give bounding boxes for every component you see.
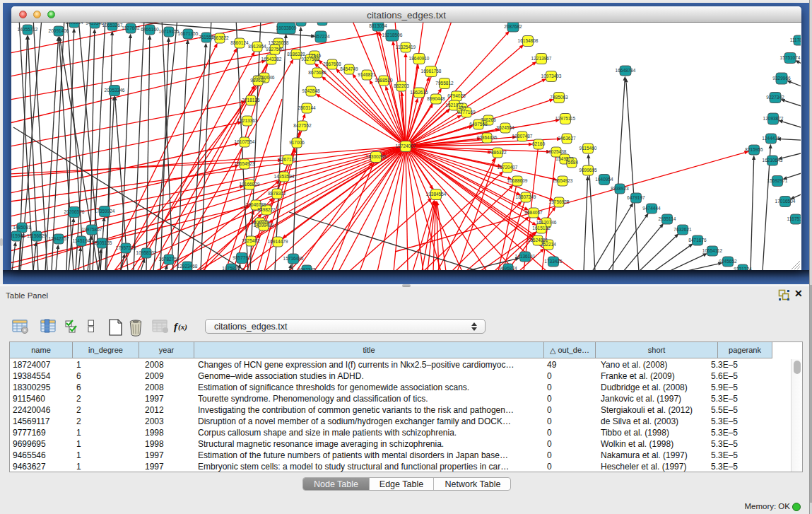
svg-text:10973493: 10973493 — [541, 74, 562, 78]
svg-text:12213967: 12213967 — [531, 56, 552, 61]
svg-text:16782759: 16782759 — [159, 257, 180, 262]
svg-text:9327508: 9327508 — [301, 57, 319, 62]
svg-text:2935114: 2935114 — [659, 216, 676, 221]
svg-text:8427552: 8427552 — [293, 123, 312, 128]
svg-text:10025438: 10025438 — [546, 149, 567, 154]
svg-text:12505135: 12505135 — [92, 240, 112, 245]
svg-text:14136141: 14136141 — [515, 254, 536, 259]
svg-text:9242848: 9242848 — [302, 88, 320, 93]
svg-text:14353594: 14353594 — [274, 174, 295, 179]
svg-text:10688609: 10688609 — [507, 178, 528, 183]
svg-text:1244415: 1244415 — [762, 136, 780, 141]
svg-text:19384554: 19384554 — [426, 192, 447, 197]
svg-text:2867608: 2867608 — [323, 62, 341, 66]
svg-text:19975867: 19975867 — [82, 227, 102, 232]
svg-text:14055712: 14055712 — [18, 27, 38, 32]
svg-text:9115460: 9115460 — [579, 146, 597, 151]
svg-text:18300295: 18300295 — [366, 154, 387, 159]
svg-text:9227342: 9227342 — [766, 95, 784, 100]
svg-text:9777169: 9777169 — [457, 110, 476, 115]
svg-text:8471676: 8471676 — [688, 238, 707, 243]
svg-text:1167533: 1167533 — [787, 216, 801, 221]
svg-text:1362615: 1362615 — [410, 90, 428, 95]
svg-text:8909234: 8909234 — [292, 23, 310, 23]
svg-text:10958107: 10958107 — [136, 250, 157, 255]
svg-text:1733426: 1733426 — [544, 259, 563, 264]
svg-text:(x): (x) — [178, 322, 187, 332]
svg-text:16648784: 16648784 — [616, 68, 636, 73]
svg-text:10719155: 10719155 — [159, 29, 180, 34]
svg-text:18724007: 18724007 — [396, 144, 416, 148]
svg-text:1806514: 1806514 — [65, 23, 83, 25]
svg-text:19218506: 19218506 — [382, 33, 403, 37]
svg-text:16914479: 16914479 — [268, 239, 288, 244]
svg-text:8675685: 8675685 — [308, 70, 326, 75]
svg-text:16210643: 16210643 — [763, 158, 783, 163]
svg-text:3624554: 3624554 — [496, 125, 514, 130]
svg-text:7663822: 7663822 — [211, 35, 229, 40]
svg-text:9329966: 9329966 — [772, 76, 791, 81]
svg-text:20053346: 20053346 — [105, 88, 125, 93]
svg-text:15720407: 15720407 — [498, 165, 518, 170]
svg-text:75684: 75684 — [565, 160, 578, 165]
svg-text:9419346: 9419346 — [86, 23, 104, 25]
svg-text:16120746: 16120746 — [536, 220, 557, 225]
svg-text:8912954: 8912954 — [248, 44, 266, 49]
svg-text:8267130: 8267130 — [278, 157, 297, 162]
svg-text:8990448: 8990448 — [427, 96, 445, 101]
svg-text:16107554: 16107554 — [235, 139, 255, 144]
svg-text:7357224: 7357224 — [312, 34, 330, 39]
svg-text:13226058: 13226058 — [269, 40, 289, 45]
svg-text:9245652: 9245652 — [719, 259, 737, 264]
svg-text:8186328: 8186328 — [287, 52, 305, 57]
svg-text:19654923: 19654923 — [235, 161, 255, 166]
svg-text:20364436: 20364436 — [477, 135, 498, 140]
svg-text:8813054: 8813054 — [369, 23, 387, 28]
svg-text:6466160: 6466160 — [141, 27, 159, 32]
svg-text:9474444: 9474444 — [642, 206, 661, 211]
svg-text:252214: 252214 — [541, 242, 556, 247]
svg-text:6497568: 6497568 — [469, 122, 488, 127]
svg-text:1640954: 1640954 — [595, 177, 613, 182]
svg-text:7886322: 7886322 — [488, 150, 507, 155]
svg-text:8498222: 8498222 — [257, 207, 276, 212]
svg-text:2087682: 2087682 — [504, 24, 522, 29]
svg-text:20091406: 20091406 — [49, 28, 69, 33]
svg-text:1117806: 1117806 — [790, 37, 801, 42]
svg-text:12213363: 12213363 — [237, 118, 258, 123]
svg-text:6479197: 6479197 — [627, 195, 645, 200]
svg-text:20206576: 20206576 — [64, 209, 85, 214]
svg-text:19166829: 19166829 — [240, 182, 260, 187]
svg-text:8215955: 8215955 — [745, 147, 763, 152]
svg-text:18640910: 18640910 — [409, 56, 430, 61]
svg-text:14099489: 14099489 — [254, 223, 274, 228]
svg-text:8454749: 8454749 — [340, 66, 358, 71]
svg-text:1527602: 1527602 — [122, 25, 140, 30]
svg-text:18807249: 18807249 — [516, 194, 536, 199]
svg-text:16671355: 16671355 — [178, 31, 199, 36]
svg-text:2803144: 2803144 — [298, 105, 316, 110]
svg-text:1145194: 1145194 — [73, 238, 90, 243]
svg-text:17957225: 17957225 — [116, 245, 136, 250]
svg-text:7955812: 7955812 — [435, 81, 454, 86]
svg-text:9857791: 9857791 — [233, 255, 251, 260]
svg-text:12975115: 12975115 — [555, 116, 576, 121]
svg-text:17359924: 17359924 — [95, 209, 115, 214]
svg-text:15716485: 15716485 — [283, 256, 304, 261]
svg-text:9463627: 9463627 — [558, 136, 576, 141]
svg-text:12923468: 12923468 — [177, 264, 198, 269]
svg-text:62160: 62160 — [532, 141, 545, 146]
svg-text:989612: 989612 — [250, 78, 266, 83]
svg-text:8938923: 8938923 — [611, 186, 629, 191]
svg-text:19654923: 19654923 — [553, 178, 573, 183]
svg-text:2718126: 2718126 — [242, 98, 260, 103]
svg-text:16033809: 16033809 — [276, 25, 297, 30]
svg-text:15692971: 15692971 — [767, 178, 788, 183]
svg-text:9684067: 9684067 — [524, 210, 543, 215]
svg-text:1615132: 1615132 — [532, 226, 551, 230]
svg-text:7632621: 7632621 — [673, 227, 692, 232]
svg-text:11156829: 11156829 — [27, 233, 47, 238]
svg-text:16543382: 16543382 — [261, 57, 282, 62]
svg-text:1485081: 1485081 — [13, 225, 31, 230]
svg-text:9899695: 9899695 — [579, 168, 597, 173]
